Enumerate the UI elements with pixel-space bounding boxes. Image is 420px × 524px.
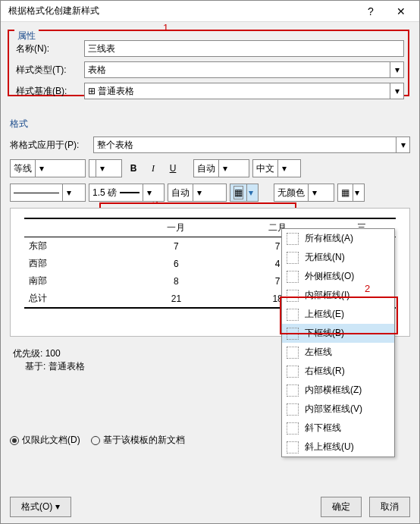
extra-button[interactable]: ▦ ▾	[337, 184, 365, 202]
name-label: 名称(N):	[16, 42, 84, 55]
table-cell: 8	[126, 272, 227, 290]
font-color-combo[interactable]: 自动 ▾	[193, 159, 249, 177]
table-cell: 总计	[24, 290, 126, 308]
group-properties: 属性 名称(N): 样式类型(T): 表格 ▾ 样式基准(B): ⊞	[10, 33, 410, 110]
apply-combo[interactable]: 整个表格 ▾	[93, 136, 410, 153]
chevron-down-icon: ▾	[96, 160, 108, 177]
italic-button[interactable]: I	[145, 160, 161, 177]
border-menu-item[interactable]: 内部横框线(Z)	[282, 381, 394, 400]
border-option-icon	[287, 347, 299, 359]
grid-icon: ▦	[341, 187, 349, 198]
border-option-icon	[287, 290, 299, 302]
chevron-down-icon: ▾	[218, 160, 230, 177]
apply-label: 将格式应用于(P):	[10, 139, 93, 152]
bold-button[interactable]: B	[125, 160, 142, 177]
line-weight-value: 1.5 磅	[92, 187, 117, 199]
format-menu-button[interactable]: 格式(O)	[10, 497, 71, 517]
border-menu-label: 内部横框线(Z)	[305, 384, 362, 397]
based-label: 样式基准(B):	[16, 85, 84, 98]
border-toolbar: ▾ 1.5 磅 ▾ 自动 ▾ ▦ ▾ 无颜色 ▾ ▦ ▾	[10, 184, 410, 202]
close-button[interactable]: ✕	[386, 2, 416, 21]
annotation-1: 1	[163, 22, 168, 33]
border-menu-item[interactable]: 右框线(R)	[282, 362, 394, 381]
chevron-down-icon: ▾	[353, 184, 361, 201]
table-cell: 21	[126, 290, 227, 308]
chevron-down-icon: ▾	[193, 184, 205, 201]
border-menu-item[interactable]: 左框线	[282, 343, 394, 362]
border-menu-label: 外侧框线(O)	[305, 270, 354, 283]
cancel-button[interactable]: 取消	[369, 497, 410, 517]
border-menu-label: 上框线(E)	[305, 308, 344, 321]
dialog-root: 根据格式化创建新样式 ? ✕ 1 属性 名称(N): 样式类型(T): 表格 ▾	[0, 0, 420, 524]
group-format-label: 格式	[10, 118, 410, 130]
border-menu-item[interactable]: 斜上框线(U)	[282, 438, 394, 457]
font-family-combo[interactable]: 等线 ▾	[10, 159, 86, 177]
border-menu-item[interactable]: 斜下框线	[282, 419, 394, 438]
underline-button[interactable]: U	[165, 160, 181, 177]
chevron-down-icon: ▾	[62, 184, 74, 201]
chevron-down-icon: ▾	[143, 184, 155, 201]
border-icon: ▦	[234, 186, 243, 199]
fill-color-combo[interactable]: 无颜色 ▾	[274, 184, 334, 202]
border-option-icon	[287, 403, 299, 416]
footer: 格式(O) 确定 取消	[10, 497, 410, 517]
table-cell: 西部	[24, 255, 126, 272]
border-menu-item[interactable]: 下框线(B)	[282, 324, 394, 343]
table-cell: 6	[126, 255, 227, 272]
border-menu-label: 右框线(R)	[305, 365, 345, 378]
font-family-value: 等线	[14, 162, 32, 175]
border-option-icon	[287, 309, 299, 321]
based-combo[interactable]: ⊞ 普通表格 ▾	[84, 83, 404, 99]
border-menu-item[interactable]: 上框线(E)	[282, 305, 394, 324]
border-menu-label: 内部框线(I)	[305, 289, 349, 302]
border-menu-label: 左框线	[305, 346, 332, 359]
line-color-combo[interactable]: 自动 ▾	[168, 184, 227, 202]
type-value: 表格	[88, 64, 106, 77]
chevron-down-icon: ▾	[35, 160, 47, 177]
name-input[interactable]	[84, 40, 404, 57]
radio-this-doc-label: 仅限此文档(D)	[22, 434, 80, 447]
col-h1: 一月	[126, 218, 227, 237]
border-menu-item[interactable]: 所有框线(A)	[282, 229, 394, 248]
radio-template-label: 基于该模板的新文档	[103, 434, 185, 447]
border-menu-label: 斜下框线	[305, 422, 341, 435]
border-option-icon	[287, 384, 299, 397]
titlebar: 根据格式化创建新样式 ? ✕	[1, 1, 419, 22]
dialog-title: 根据格式化创建新样式	[4, 5, 356, 17]
border-picker-button[interactable]: ▦ ▾	[230, 184, 259, 202]
border-option-icon	[287, 441, 299, 453]
font-size-combo[interactable]: ▾	[89, 159, 122, 177]
border-menu-item[interactable]: 内部竖框线(V)	[282, 400, 394, 419]
script-combo[interactable]: 中文 ▾	[252, 159, 301, 177]
border-option-icon	[287, 271, 299, 283]
chevron-down-icon: ▾	[390, 62, 403, 77]
border-menu-label: 无框线(N)	[305, 251, 345, 264]
group-properties-label: 属性	[14, 30, 39, 42]
radio-icon	[91, 436, 100, 445]
border-menu-item[interactable]: 无框线(N)	[282, 248, 394, 267]
script-value: 中文	[256, 162, 274, 175]
type-combo[interactable]: 表格 ▾	[84, 61, 404, 78]
dialog-body: 1 属性 名称(N): 样式类型(T): 表格 ▾ 样式基准(B):	[1, 22, 419, 459]
border-menu-item[interactable]: 内部框线(I)	[282, 286, 394, 305]
line-style-combo[interactable]: ▾	[10, 184, 86, 202]
ok-button[interactable]: 确定	[321, 497, 362, 517]
col-h0	[24, 218, 126, 237]
line-weight-preview	[120, 192, 139, 193]
annotation-2: 2	[365, 283, 370, 294]
radio-template[interactable]: 基于该模板的新文档	[91, 434, 185, 447]
radio-icon	[10, 436, 19, 445]
chevron-down-icon: ▾	[396, 137, 409, 152]
help-button[interactable]: ?	[356, 2, 386, 21]
line-color-value: 自动	[171, 187, 190, 199]
border-menu-item[interactable]: 外侧框线(O)	[282, 267, 394, 286]
fill-color-value: 无颜色	[277, 187, 305, 199]
line-weight-combo[interactable]: 1.5 磅 ▾	[89, 184, 165, 202]
based-value: ⊞ 普通表格	[88, 85, 134, 98]
border-menu-label: 内部竖框线(V)	[305, 403, 362, 416]
border-dropdown: 所有框线(A)无框线(N)外侧框线(O)内部框线(I)上框线(E)下框线(B)左…	[281, 228, 395, 457]
apply-value: 整个表格	[97, 139, 133, 152]
chevron-down-icon: ▾	[308, 184, 320, 201]
radio-this-doc[interactable]: 仅限此文档(D)	[10, 434, 80, 447]
chevron-down-icon: ▾	[390, 83, 403, 99]
